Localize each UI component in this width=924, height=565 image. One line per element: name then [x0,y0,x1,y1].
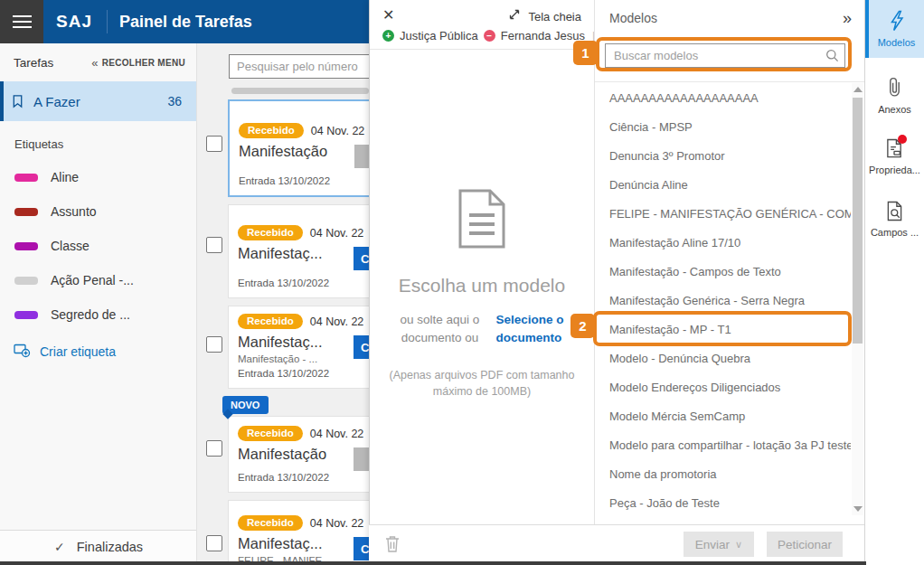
model-list-item[interactable]: Modelo - Denúncia Quebra [595,344,851,373]
lightning-icon [889,10,905,32]
close-icon[interactable]: ✕ [382,6,394,24]
task-checkbox[interactable] [206,237,222,253]
labels-section-title: Etiquetas [0,121,196,160]
fullscreen-button[interactable]: Tela cheia [508,8,581,24]
task-checkbox[interactable] [206,440,222,457]
model-list-item[interactable]: Modelo Mércia SemCamp [595,402,851,431]
model-list-item[interactable]: Manifestação - MP - T1 [595,315,851,344]
model-list-item[interactable]: Manifestação Genérica - Serra Negra [595,287,851,315]
scrollbar-thumb[interactable] [853,98,863,344]
task-action-badge[interactable] [354,145,369,168]
annotation-step2-badge: 2 [570,314,595,338]
petition-button[interactable]: Peticionar [767,532,843,557]
document-editor-panel: ✕ Tela cheia + Justiça Pública − Fernand… [369,0,594,565]
models-panel-title: Modelos [609,11,657,25]
models-search-input[interactable] [605,43,845,68]
tasks-section-title: Tarefas [14,56,53,70]
sidebar-item-a-fazer[interactable]: A Fazer 36 [0,81,196,121]
process-parties: + Justiça Pública − Fernanda Jesus | ( [382,29,594,42]
empty-state: Escolha um modelo ou solte aqui o docume… [370,188,594,400]
hamburger-menu-icon[interactable] [0,0,43,43]
select-document-link[interactable]: Selecione o documento [495,311,563,347]
task-card[interactable]: Recebido04 Nov. 22Manifestaç...CEntrada … [228,204,369,298]
window-bottom-edge [0,561,866,565]
model-list-item[interactable]: Peça - João de Teste [595,489,851,518]
task-card[interactable]: Recebido04 Nov. 22Manifestaç...CManifest… [228,306,369,389]
task-title: Manifestação [238,446,369,463]
tab-label: Proprieda... [869,165,920,175]
new-badge: NOVO [222,396,269,414]
tab-campos[interactable]: Campos ... [865,192,924,247]
status-badge: Recebido [238,225,303,240]
label-item[interactable]: Assunto [0,194,196,229]
panel-divider [595,81,864,82]
model-list-item[interactable]: Manifestação - Campos de Texto [595,258,851,287]
task-title: Manifestaç... [238,245,369,262]
task-checkbox[interactable] [206,535,222,551]
task-action-badge[interactable]: C [354,537,369,560]
task-date: 04 Nov. 22 [310,517,364,530]
task-card[interactable]: Recebido04 Nov. 22Manifestaç...CFELIPE -… [228,500,369,565]
task-date: 04 Nov. 22 [310,227,364,240]
left-sidebar: Tarefas « RECOLHER MENU A Fazer 36 Etiqu… [0,43,197,565]
party-minus-icon: − [484,30,495,42]
fullscreen-label: Tela cheia [528,10,581,24]
scroll-down-icon[interactable] [853,506,863,512]
right-toolbar: Modelos Anexos Proprieda... Campos ... [864,0,924,565]
scroll-up-icon[interactable] [853,87,863,92]
tab-propriedades[interactable]: Proprieda... [865,129,924,184]
task-date: 04 Nov. 22 [310,428,364,440]
label-name: Aline [51,170,79,184]
status-badge: Recebido [238,314,303,329]
task-search-input[interactable] [229,54,369,79]
party-plus-icon: + [382,30,394,42]
finalizadas-toggle[interactable]: ✓ Finalizadas [0,530,196,563]
search-icon[interactable] [825,49,839,66]
task-title: Manifestaç... [238,535,369,552]
models-scrollbar[interactable] [852,83,863,515]
label-item[interactable]: Ação Penal -... [0,263,196,297]
properties-icon [885,138,904,159]
collapse-menu-button[interactable]: « RECOLHER MENU [91,56,185,70]
app-logo: SAJ [56,12,92,32]
model-list-item[interactable]: Manifestação Aline 17/10 [595,229,851,258]
models-panel: Modelos » AAAAAAAAAAAAAAAAAAACiência - M… [594,0,864,524]
task-action-badge[interactable]: C [354,335,369,359]
task-title: Manifestação [239,143,369,160]
chevron-double-left-icon: « [91,56,99,70]
label-item[interactable]: Classe [0,229,196,263]
task-checkbox[interactable] [206,136,222,152]
task-subtitle: Manifestação - ... [238,353,369,364]
task-card[interactable]: Recebido04 Nov. 22ManifestaçãoEntrada 13… [228,99,369,197]
topbar: SAJ Painel de Tarefas [0,0,369,43]
chevron-double-right-icon[interactable]: » [843,10,852,26]
tab-anexos[interactable]: Anexos [865,67,924,124]
send-button[interactable]: Enviar∨ [684,532,754,557]
model-list-item[interactable]: Denúncia Aline [595,171,851,200]
model-list-item[interactable]: AAAAAAAAAAAAAAAAAAA [595,84,851,113]
task-action-badge[interactable] [354,447,369,471]
label-item[interactable]: Segredo de ... [0,297,196,332]
model-list-item[interactable]: Nome da promotoria [595,460,851,489]
task-card[interactable]: Recebido04 Nov. 22ManifestaçãoEntrada 13… [228,416,369,493]
task-action-badge[interactable]: C [354,247,369,270]
model-list-item[interactable]: Modelo para compartilhar - lotação 3a PJ… [595,431,851,460]
task-checkbox[interactable] [206,336,222,353]
document-icon [457,237,506,252]
tab-modelos[interactable]: Modelos [865,0,924,58]
label-name: Segredo de ... [51,307,130,322]
annotation-step1-badge: 1 [573,41,598,65]
model-list-item[interactable]: Modelo Endereços Diligenciados [595,373,851,402]
party-name: Fernanda Jesus [501,29,585,42]
model-list-item[interactable]: Denuncia 3º Promotor [595,142,851,171]
task-entry-date: Entrada 13/10/2022 [238,472,369,483]
create-label-button[interactable]: Criar etiqueta [0,334,196,370]
list-scroll-indicator[interactable] [231,88,369,94]
tab-label: Anexos [878,104,911,115]
model-list-item[interactable]: Ciência - MPSP [595,113,851,142]
label-item[interactable]: Aline [0,160,196,194]
model-list-item[interactable]: FELIPE - MANIFESTAÇÃO GENÉRICA - COM CA.… [595,200,851,229]
trash-icon[interactable] [384,534,401,557]
task-entry-date: Entrada 13/10/2022 [238,278,369,288]
task-count-badge: 36 [167,94,182,108]
